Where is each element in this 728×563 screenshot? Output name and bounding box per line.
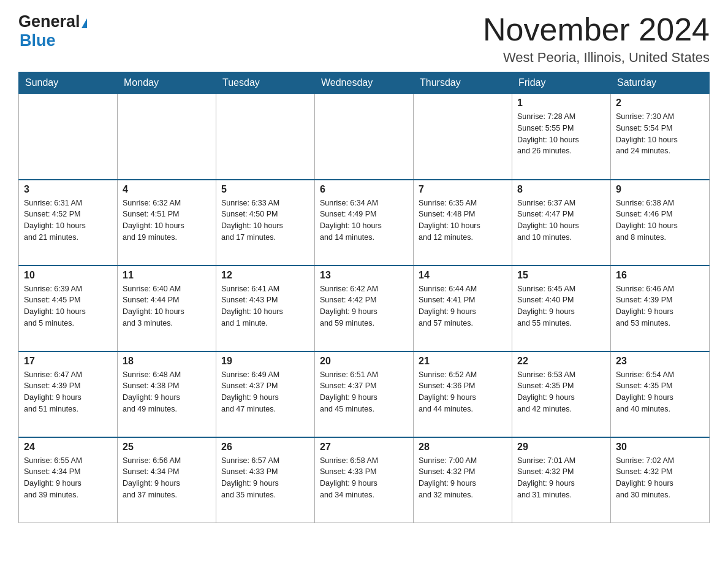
day-info: Sunrise: 6:46 AM Sunset: 4:39 PM Dayligh… <box>616 283 704 329</box>
day-info: Sunrise: 6:42 AM Sunset: 4:42 PM Dayligh… <box>320 283 408 329</box>
day-number: 24 <box>24 442 112 453</box>
day-info: Sunrise: 6:49 AM Sunset: 4:37 PM Dayligh… <box>221 369 309 415</box>
calendar-cell: 13Sunrise: 6:42 AM Sunset: 4:42 PM Dayli… <box>315 266 414 351</box>
logo-blue-text: Blue <box>20 31 56 50</box>
calendar-cell: 20Sunrise: 6:51 AM Sunset: 4:37 PM Dayli… <box>315 351 414 437</box>
header-saturday: Saturday <box>611 72 710 94</box>
header-thursday: Thursday <box>414 72 512 94</box>
calendar-cell: 24Sunrise: 6:55 AM Sunset: 4:34 PM Dayli… <box>19 437 118 523</box>
calendar-cell: 19Sunrise: 6:49 AM Sunset: 4:37 PM Dayli… <box>216 351 315 437</box>
logo-triangle-icon <box>82 18 87 28</box>
day-info: Sunrise: 6:39 AM Sunset: 4:45 PM Dayligh… <box>24 283 112 329</box>
day-info: Sunrise: 7:28 AM Sunset: 5:55 PM Dayligh… <box>517 111 605 157</box>
calendar-cell: 11Sunrise: 6:40 AM Sunset: 4:44 PM Dayli… <box>118 266 216 351</box>
logo-general-text: General <box>18 12 80 31</box>
day-info: Sunrise: 7:00 AM Sunset: 4:32 PM Dayligh… <box>419 455 507 501</box>
day-number: 16 <box>616 270 704 281</box>
calendar-cell: 22Sunrise: 6:53 AM Sunset: 4:35 PM Dayli… <box>512 351 611 437</box>
calendar-cell: 23Sunrise: 6:54 AM Sunset: 4:35 PM Dayli… <box>611 351 710 437</box>
page-header: General Blue November 2024 West Peoria, … <box>18 12 710 66</box>
calendar-cell: 6Sunrise: 6:34 AM Sunset: 4:49 PM Daylig… <box>315 180 414 266</box>
day-number: 11 <box>123 270 211 281</box>
day-info: Sunrise: 6:33 AM Sunset: 4:50 PM Dayligh… <box>221 197 309 243</box>
calendar-week-row: 1Sunrise: 7:28 AM Sunset: 5:55 PM Daylig… <box>19 94 710 180</box>
day-info: Sunrise: 6:53 AM Sunset: 4:35 PM Dayligh… <box>517 369 605 415</box>
day-number: 1 <box>517 98 605 109</box>
calendar-week-row: 10Sunrise: 6:39 AM Sunset: 4:45 PM Dayli… <box>19 266 710 351</box>
day-number: 20 <box>320 356 408 367</box>
calendar-cell: 29Sunrise: 7:01 AM Sunset: 4:32 PM Dayli… <box>512 437 611 523</box>
calendar-week-row: 24Sunrise: 6:55 AM Sunset: 4:34 PM Dayli… <box>19 437 710 523</box>
calendar-cell: 17Sunrise: 6:47 AM Sunset: 4:39 PM Dayli… <box>19 351 118 437</box>
calendar-header-row: SundayMondayTuesdayWednesdayThursdayFrid… <box>19 72 710 94</box>
day-info: Sunrise: 7:01 AM Sunset: 4:32 PM Dayligh… <box>517 455 605 501</box>
header-monday: Monday <box>118 72 216 94</box>
calendar-cell: 30Sunrise: 7:02 AM Sunset: 4:32 PM Dayli… <box>611 437 710 523</box>
day-number: 15 <box>517 270 605 281</box>
day-number: 26 <box>221 442 309 453</box>
calendar-cell: 5Sunrise: 6:33 AM Sunset: 4:50 PM Daylig… <box>216 180 315 266</box>
day-info: Sunrise: 6:32 AM Sunset: 4:51 PM Dayligh… <box>123 197 211 243</box>
day-number: 25 <box>123 442 211 453</box>
day-number: 19 <box>221 356 309 367</box>
day-info: Sunrise: 6:38 AM Sunset: 4:46 PM Dayligh… <box>616 197 704 243</box>
calendar-cell: 26Sunrise: 6:57 AM Sunset: 4:33 PM Dayli… <box>216 437 315 523</box>
day-info: Sunrise: 6:31 AM Sunset: 4:52 PM Dayligh… <box>24 197 112 243</box>
day-number: 12 <box>221 270 309 281</box>
calendar-table: SundayMondayTuesdayWednesdayThursdayFrid… <box>18 72 710 523</box>
calendar-cell: 3Sunrise: 6:31 AM Sunset: 4:52 PM Daylig… <box>19 180 118 266</box>
day-info: Sunrise: 6:37 AM Sunset: 4:47 PM Dayligh… <box>517 197 605 243</box>
day-info: Sunrise: 6:58 AM Sunset: 4:33 PM Dayligh… <box>320 455 408 501</box>
calendar-cell: 12Sunrise: 6:41 AM Sunset: 4:43 PM Dayli… <box>216 266 315 351</box>
calendar-cell: 14Sunrise: 6:44 AM Sunset: 4:41 PM Dayli… <box>414 266 512 351</box>
day-number: 8 <box>517 184 605 195</box>
day-number: 14 <box>419 270 507 281</box>
calendar-cell <box>216 94 315 180</box>
day-number: 27 <box>320 442 408 453</box>
day-info: Sunrise: 6:44 AM Sunset: 4:41 PM Dayligh… <box>419 283 507 329</box>
day-info: Sunrise: 6:40 AM Sunset: 4:44 PM Dayligh… <box>123 283 211 329</box>
day-info: Sunrise: 6:41 AM Sunset: 4:43 PM Dayligh… <box>221 283 309 329</box>
day-number: 28 <box>419 442 507 453</box>
day-number: 3 <box>24 184 112 195</box>
day-number: 13 <box>320 270 408 281</box>
calendar-cell <box>19 94 118 180</box>
day-info: Sunrise: 6:51 AM Sunset: 4:37 PM Dayligh… <box>320 369 408 415</box>
day-number: 17 <box>24 356 112 367</box>
calendar-cell: 10Sunrise: 6:39 AM Sunset: 4:45 PM Dayli… <box>19 266 118 351</box>
calendar-cell: 18Sunrise: 6:48 AM Sunset: 4:38 PM Dayli… <box>118 351 216 437</box>
day-info: Sunrise: 6:45 AM Sunset: 4:40 PM Dayligh… <box>517 283 605 329</box>
day-number: 23 <box>616 356 704 367</box>
day-number: 2 <box>616 98 704 109</box>
day-info: Sunrise: 6:52 AM Sunset: 4:36 PM Dayligh… <box>419 369 507 415</box>
calendar-week-row: 3Sunrise: 6:31 AM Sunset: 4:52 PM Daylig… <box>19 180 710 266</box>
header-sunday: Sunday <box>19 72 118 94</box>
calendar-cell <box>414 94 512 180</box>
header-wednesday: Wednesday <box>315 72 414 94</box>
day-number: 10 <box>24 270 112 281</box>
calendar-cell: 25Sunrise: 6:56 AM Sunset: 4:34 PM Dayli… <box>118 437 216 523</box>
day-number: 5 <box>221 184 309 195</box>
day-number: 6 <box>320 184 408 195</box>
header-friday: Friday <box>512 72 611 94</box>
day-info: Sunrise: 6:54 AM Sunset: 4:35 PM Dayligh… <box>616 369 704 415</box>
day-info: Sunrise: 6:56 AM Sunset: 4:34 PM Dayligh… <box>123 455 211 501</box>
day-info: Sunrise: 6:48 AM Sunset: 4:38 PM Dayligh… <box>123 369 211 415</box>
location-subtitle: West Peoria, Illinois, United States <box>483 50 710 66</box>
day-number: 30 <box>616 442 704 453</box>
calendar-cell: 2Sunrise: 7:30 AM Sunset: 5:54 PM Daylig… <box>611 94 710 180</box>
month-title: November 2024 <box>483 12 710 47</box>
calendar-cell: 15Sunrise: 6:45 AM Sunset: 4:40 PM Dayli… <box>512 266 611 351</box>
calendar-cell: 21Sunrise: 6:52 AM Sunset: 4:36 PM Dayli… <box>414 351 512 437</box>
calendar-cell: 7Sunrise: 6:35 AM Sunset: 4:48 PM Daylig… <box>414 180 512 266</box>
day-number: 22 <box>517 356 605 367</box>
calendar-cell: 27Sunrise: 6:58 AM Sunset: 4:33 PM Dayli… <box>315 437 414 523</box>
day-number: 7 <box>419 184 507 195</box>
calendar-week-row: 17Sunrise: 6:47 AM Sunset: 4:39 PM Dayli… <box>19 351 710 437</box>
calendar-cell: 4Sunrise: 6:32 AM Sunset: 4:51 PM Daylig… <box>118 180 216 266</box>
day-number: 18 <box>123 356 211 367</box>
title-section: November 2024 West Peoria, Illinois, Uni… <box>483 12 710 66</box>
day-info: Sunrise: 6:47 AM Sunset: 4:39 PM Dayligh… <box>24 369 112 415</box>
calendar-cell: 8Sunrise: 6:37 AM Sunset: 4:47 PM Daylig… <box>512 180 611 266</box>
calendar-cell: 16Sunrise: 6:46 AM Sunset: 4:39 PM Dayli… <box>611 266 710 351</box>
